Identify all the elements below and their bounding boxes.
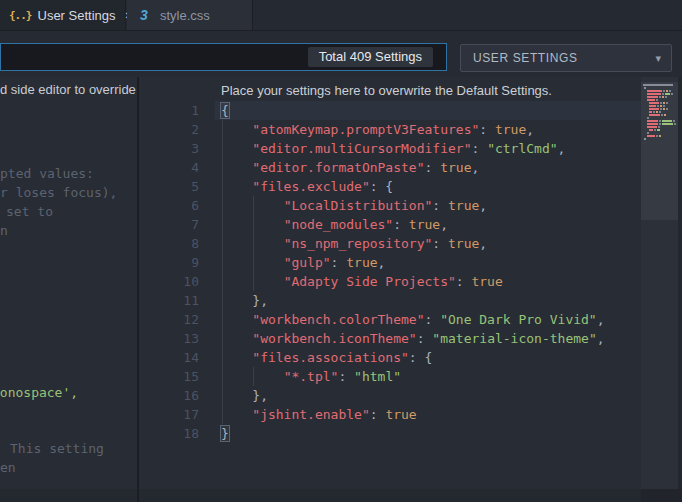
line-number: 13 <box>139 329 199 348</box>
minimap-mark <box>654 129 656 131</box>
code-line[interactable]: 7 "node_modules": true, <box>139 215 641 234</box>
editor-split-view: d side editor to override pted values: r… <box>0 77 682 502</box>
minimap-mark <box>662 96 664 98</box>
code-line[interactable]: 3 "editor.multiCursorModifier": "ctrlCmd… <box>139 139 641 158</box>
minimap-mark <box>660 108 662 110</box>
code-text: "LocalDistribution": true, <box>221 196 487 215</box>
minimap-mark <box>666 102 668 104</box>
code-line[interactable]: 15 "*.tpl": "html" <box>139 367 641 386</box>
minimap-mark <box>653 111 655 113</box>
code-text: } <box>221 424 229 443</box>
line-number: 11 <box>139 291 199 310</box>
tab-label: style.css <box>160 8 210 23</box>
minimap[interactable] <box>641 77 682 502</box>
minimap-mark <box>649 114 660 116</box>
minimap-mark <box>659 135 661 137</box>
line-number: 7 <box>139 215 199 234</box>
minimap-mark <box>659 120 661 122</box>
code-text: "files.exclude": { <box>221 177 393 196</box>
minimap-mark <box>671 93 673 95</box>
minimap-mark <box>647 120 658 122</box>
minimap-mark <box>649 108 659 110</box>
minimap-mark <box>649 129 653 131</box>
tab-style-css[interactable]: 3 style.css <box>127 0 253 30</box>
line-number: 1 <box>139 101 199 120</box>
minimap-mark <box>665 96 667 98</box>
minimap-mark <box>647 99 655 101</box>
comment-fragment: This setting <box>10 441 104 456</box>
minimap-mark <box>659 111 661 113</box>
code-text: }, <box>221 386 268 405</box>
code-line[interactable]: 6 "LocalDistribution": true, <box>139 196 641 215</box>
minimap-mark <box>660 105 662 107</box>
horizontal-scrollbar-corner <box>641 489 682 502</box>
code-area[interactable]: 1{2 "atomKeymap.promptV3Features": true,… <box>139 101 641 443</box>
code-line[interactable]: 9 "gulp": true, <box>139 253 641 272</box>
minimap-mark <box>647 96 658 98</box>
json-settings-icon: {..} <box>9 9 32 22</box>
horizontal-scrollbar-track[interactable] <box>0 489 682 502</box>
scrollbar[interactable] <box>678 77 682 502</box>
string-fragment: monospace', <box>0 385 78 400</box>
minimap-mark <box>657 105 659 107</box>
code-text: "Adapty Side Projects": true <box>221 272 503 291</box>
code-line[interactable]: 1{ <box>139 101 641 120</box>
code-line[interactable]: 14 "files.associations": { <box>139 348 641 367</box>
tab-user-settings[interactable]: {..} User Settings ✕ <box>0 0 126 30</box>
line-number: 2 <box>139 120 199 139</box>
code-line[interactable]: 17 "jshint.enable": true <box>139 405 641 424</box>
code-line[interactable]: 11 }, <box>139 291 641 310</box>
line-number: 9 <box>139 253 199 272</box>
settings-search-input[interactable]: Total 409 Settings <box>0 43 447 71</box>
minimap-mark <box>663 108 665 110</box>
settings-scope-dropdown[interactable]: USER SETTINGS ▾ <box>460 44 672 72</box>
minimap-mark <box>656 99 658 101</box>
minimap-code-marks <box>641 84 682 154</box>
code-text: "jshint.enable": true <box>221 405 417 424</box>
code-text: "atomKeymap.promptV3Features": true, <box>221 120 534 139</box>
user-settings-editor[interactable]: Place your settings here to overwrite th… <box>139 77 641 502</box>
minimap-mark <box>647 93 661 95</box>
default-settings-header-fragment: d side editor to override <box>0 82 136 97</box>
default-settings-pane[interactable]: d side editor to override pted values: r… <box>0 77 137 502</box>
line-number: 17 <box>139 405 199 424</box>
minimap-mark <box>647 132 649 134</box>
minimap-mark <box>663 105 665 107</box>
settings-placeholder-text: Place your settings here to overwrite th… <box>221 83 552 98</box>
dropdown-selected-value: USER SETTINGS <box>473 45 577 71</box>
code-line[interactable]: 18} <box>139 424 641 443</box>
minimap-mark <box>644 87 646 89</box>
minimap-mark <box>658 126 660 128</box>
code-line[interactable]: 13 "workbench.iconTheme": "material-icon… <box>139 329 641 348</box>
minimap-mark <box>673 120 675 122</box>
code-text: "workbench.iconTheme": "material-icon-th… <box>221 329 605 348</box>
minimap-mark <box>665 93 670 95</box>
minimap-mark <box>659 96 661 98</box>
line-number: 5 <box>139 177 199 196</box>
minimap-mark <box>647 123 658 125</box>
code-text: { <box>221 101 229 120</box>
minimap-mark <box>662 93 664 95</box>
code-line[interactable]: 16 }, <box>139 386 641 405</box>
code-line[interactable]: 2 "atomKeymap.promptV3Features": true, <box>139 120 641 139</box>
code-text: "ns_npm_repository": true, <box>221 234 487 253</box>
line-number: 16 <box>139 386 199 405</box>
minimap-mark <box>643 84 673 86</box>
minimap-mark <box>649 111 652 113</box>
tab-bar: {..} User Settings ✕ 3 style.css <box>0 0 682 31</box>
minimap-mark <box>659 123 661 125</box>
comment-fragment: en <box>0 460 16 475</box>
code-line[interactable]: 4 "editor.formatOnPaste": true, <box>139 158 641 177</box>
code-text: "editor.multiCursorModifier": "ctrlCmd", <box>221 139 565 158</box>
minimap-mark <box>656 111 658 113</box>
code-line[interactable]: 12 "workbench.colorTheme": "One Dark Pro… <box>139 310 641 329</box>
minimap-mark <box>649 102 659 104</box>
minimap-mark <box>649 105 656 107</box>
minimap-mark <box>662 120 672 122</box>
code-line[interactable]: 10 "Adapty Side Projects": true <box>139 272 641 291</box>
code-line[interactable]: 8 "ns_npm_repository": true, <box>139 234 641 253</box>
comment-fragment: pted values: <box>0 166 94 181</box>
code-text: "*.tpl": "html" <box>221 367 401 386</box>
code-line[interactable]: 5 "files.exclude": { <box>139 177 641 196</box>
minimap-mark <box>663 90 665 92</box>
